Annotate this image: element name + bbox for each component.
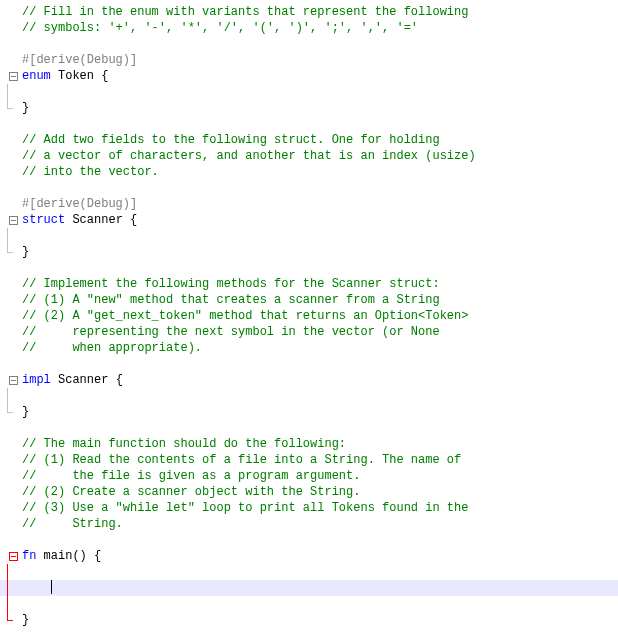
fold-guide — [7, 84, 8, 100]
code-line[interactable]: // (3) Use a "while let" loop to print a… — [0, 500, 618, 516]
code-line[interactable] — [0, 356, 618, 372]
code-line[interactable]: // (2) A "get_next_token" method that re… — [0, 308, 618, 324]
attribute: #[derive(Debug)] — [22, 197, 137, 211]
code-line[interactable]: // a vector of characters, and another t… — [0, 148, 618, 164]
comment: // Fill in the enum with variants that r… — [22, 5, 468, 19]
identifier: Scanner — [65, 213, 130, 227]
code-line[interactable]: } — [0, 244, 618, 260]
code-line[interactable]: // Fill in the enum with variants that r… — [0, 4, 618, 20]
code-line[interactable]: // (2) Create a scanner object with the … — [0, 484, 618, 500]
code-line[interactable]: // The main function should do the follo… — [0, 436, 618, 452]
code-line[interactable] — [0, 228, 618, 244]
code-editor[interactable]: // Fill in the enum with variants that r… — [0, 0, 618, 628]
fold-guide — [7, 388, 8, 404]
fold-end-icon — [7, 612, 8, 620]
fold-guide — [7, 580, 8, 596]
fold-collapse-icon[interactable] — [9, 72, 18, 81]
comment: // String. — [22, 517, 123, 531]
code-line[interactable] — [0, 180, 618, 196]
comment: // (2) A "get_next_token" method that re… — [22, 309, 468, 323]
gutter — [0, 20, 20, 36]
fold-guide — [7, 228, 8, 244]
comment: // into the vector. — [22, 165, 159, 179]
comment: // Implement the following methods for t… — [22, 277, 440, 291]
keyword: impl — [22, 373, 51, 387]
code-line[interactable]: // Add two fields to the following struc… — [0, 132, 618, 148]
comment: // the file is given as a program argume… — [22, 469, 360, 483]
brace: { — [94, 549, 101, 563]
code-line[interactable]: // symbols: '+', '-', '*', '/', '(', ')'… — [0, 20, 618, 36]
code-line[interactable]: fn main() { — [0, 548, 618, 564]
brace: } — [22, 101, 29, 115]
code-line[interactable]: } — [0, 404, 618, 420]
fold-guide — [7, 596, 8, 612]
gutter — [0, 4, 20, 20]
code-line[interactable]: struct Scanner { — [0, 212, 618, 228]
current-line[interactable] — [0, 580, 618, 596]
text-cursor — [51, 580, 52, 594]
fold-end-icon — [7, 404, 8, 412]
fold-end-icon — [7, 100, 8, 108]
fold-collapse-icon[interactable] — [9, 216, 18, 225]
comment: // representing the next symbol in the v… — [22, 325, 440, 339]
comment: // (3) Use a "while let" loop to print a… — [22, 501, 468, 515]
brace: } — [22, 405, 29, 419]
code-line[interactable] — [0, 116, 618, 132]
comment: // (1) A "new" method that creates a sca… — [22, 293, 440, 307]
fold-guide — [7, 564, 8, 580]
brace: } — [22, 613, 29, 627]
fold-collapse-icon[interactable] — [9, 552, 18, 561]
code-line[interactable]: // (1) Read the contents of a file into … — [0, 452, 618, 468]
code-line[interactable]: #[derive(Debug)] — [0, 196, 618, 212]
attribute: #[derive(Debug)] — [22, 53, 137, 67]
identifier: main() — [36, 549, 94, 563]
code-line[interactable]: // into the vector. — [0, 164, 618, 180]
fold-end-icon — [7, 244, 8, 252]
identifier: Token — [51, 69, 101, 83]
comment: // The main function should do the follo… — [22, 437, 346, 451]
code-line[interactable] — [0, 260, 618, 276]
brace: { — [116, 373, 123, 387]
comment: // when appropriate). — [22, 341, 202, 355]
code-line[interactable]: enum Token { — [0, 68, 618, 84]
code-line[interactable] — [0, 564, 618, 580]
comment: // Add two fields to the following struc… — [22, 133, 440, 147]
code-line[interactable] — [0, 532, 618, 548]
gutter[interactable] — [0, 68, 20, 84]
keyword: fn — [22, 549, 36, 563]
keyword: struct — [22, 213, 65, 227]
brace: { — [101, 69, 108, 83]
code-line[interactable] — [0, 388, 618, 404]
code-line[interactable]: #[derive(Debug)] — [0, 52, 618, 68]
brace: { — [130, 213, 137, 227]
code-line[interactable] — [0, 420, 618, 436]
code-line[interactable] — [0, 596, 618, 612]
brace: } — [22, 245, 29, 259]
gutter — [0, 52, 20, 68]
comment: // (2) Create a scanner object with the … — [22, 485, 360, 499]
keyword: enum — [22, 69, 51, 83]
code-line[interactable]: // the file is given as a program argume… — [0, 468, 618, 484]
identifier: Scanner — [51, 373, 116, 387]
code-line[interactable] — [0, 36, 618, 52]
code-line[interactable]: } — [0, 100, 618, 116]
code-line[interactable]: // Implement the following methods for t… — [0, 276, 618, 292]
comment: // (1) Read the contents of a file into … — [22, 453, 461, 467]
fold-collapse-icon[interactable] — [9, 376, 18, 385]
code-line[interactable]: // representing the next symbol in the v… — [0, 324, 618, 340]
code-line[interactable]: // when appropriate). — [0, 340, 618, 356]
code-line[interactable]: impl Scanner { — [0, 372, 618, 388]
code-line[interactable]: } — [0, 612, 618, 628]
code-line[interactable]: // (1) A "new" method that creates a sca… — [0, 292, 618, 308]
comment: // a vector of characters, and another t… — [22, 149, 476, 163]
code-line[interactable]: // String. — [0, 516, 618, 532]
code-line[interactable] — [0, 84, 618, 100]
comment: // symbols: '+', '-', '*', '/', '(', ')'… — [22, 21, 418, 35]
